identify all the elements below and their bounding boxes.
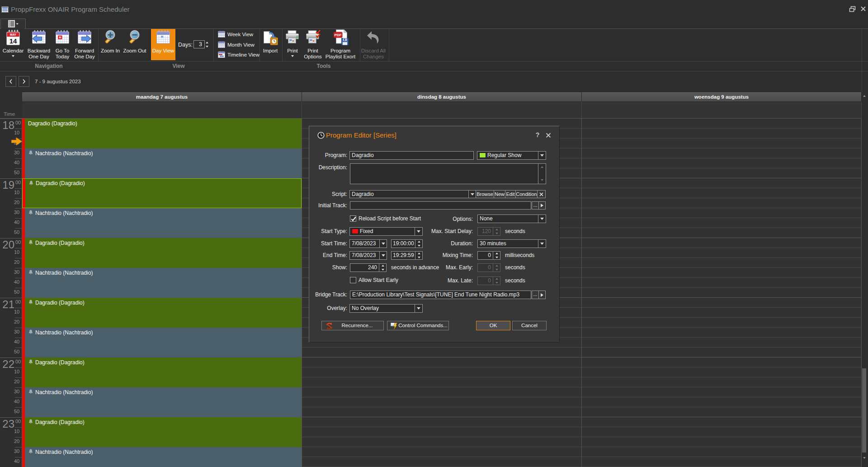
svg-text:PDF: PDF — [335, 33, 342, 37]
svg-text:MAY: MAY — [10, 33, 17, 36]
svg-text:14: 14 — [9, 37, 17, 45]
